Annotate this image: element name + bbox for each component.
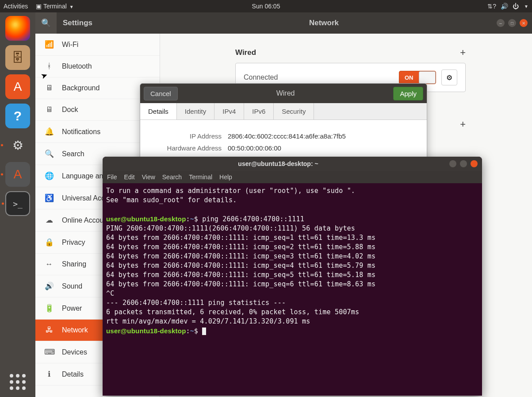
search-icon: 🔍: [41, 18, 51, 28]
sidebar-icon: 📶: [44, 40, 54, 49]
dock-icon-terminal[interactable]: >_: [5, 191, 30, 216]
sidebar-item-label: Network: [62, 326, 88, 334]
connection-toggle[interactable]: ON: [399, 71, 436, 84]
add-vpn-button[interactable]: +: [460, 119, 466, 130]
tab-ipv6[interactable]: IPv6: [244, 103, 274, 119]
sidebar-icon: ♿: [44, 193, 54, 203]
sidebar-icon: ☁: [44, 216, 54, 225]
terminal-output[interactable]: To run a command as administrator (user …: [103, 183, 482, 339]
gnome-top-bar: Activities ▣ Terminal ▼ Sun 06:05 ⇅? 🔊 ⏻…: [0, 0, 532, 12]
app-menu[interactable]: ▣ Terminal ▼: [36, 3, 73, 10]
app-menu-label: Terminal: [43, 3, 67, 10]
sidebar-item-label: Background: [62, 84, 100, 92]
sidebar-icon: 🔍: [44, 149, 54, 158]
dock-icon-firefox[interactable]: [5, 16, 30, 41]
toggle-knob: [419, 71, 436, 84]
sidebar-item-label: Wi-Fi: [62, 41, 78, 49]
detail-value: 2806:40c:6002:cccc:8414:a6fe:a8a:7fb5: [228, 132, 346, 140]
clock[interactable]: Sun 06:05: [252, 3, 280, 10]
sidebar-item-label: Power: [62, 304, 82, 312]
tab-ipv4[interactable]: IPv4: [214, 103, 244, 119]
sidebar-item-label: Sound: [62, 282, 82, 290]
sidebar-icon: 🔔: [44, 127, 54, 136]
power-icon[interactable]: ⏻: [513, 3, 519, 10]
sidebar-item-bluetooth[interactable]: ᚼBluetooth: [35, 56, 160, 77]
cancel-button[interactable]: Cancel: [144, 87, 178, 100]
terminal-close-button[interactable]: [471, 160, 478, 167]
sidebar-icon: 🔊: [44, 281, 54, 291]
sidebar-icon: ᚼ: [44, 62, 54, 71]
terminal-titlebar: user@ubuntu18-desktop: ~: [103, 157, 482, 171]
dock-icon-help[interactable]: ?: [5, 104, 30, 128]
sidebar-item-label: Search: [62, 150, 84, 158]
settings-titlebar: 🔍 Settings Network – □ ✕: [35, 12, 532, 34]
dialog-header: Cancel Wired Apply: [140, 84, 427, 103]
dock-icon-updater[interactable]: A: [5, 162, 30, 187]
close-button[interactable]: ✕: [520, 19, 528, 27]
gear-icon: ⚙: [446, 73, 452, 82]
sidebar-icon: 🔋: [44, 304, 54, 313]
dialog-title: Wired: [178, 89, 394, 97]
connection-status: Connected: [244, 73, 394, 81]
terminal-minimize-button[interactable]: [449, 160, 456, 167]
detail-row: IP Address2806:40c:6002:cccc:8414:a6fe:a…: [151, 132, 416, 140]
menu-search[interactable]: Search: [162, 173, 182, 181]
sidebar-icon: 🌐: [44, 171, 54, 181]
wired-dialog: Cancel Wired Apply DetailsIdentityIPv4IP…: [140, 83, 427, 165]
volume-icon[interactable]: 🔊: [501, 3, 508, 10]
terminal-maximize-button[interactable]: [460, 160, 467, 167]
dock: 🗄 A ? ⚙ A >_: [0, 12, 35, 397]
menu-view[interactable]: View: [142, 173, 155, 181]
add-wired-button[interactable]: +: [460, 47, 466, 58]
dock-icon-software[interactable]: A: [5, 74, 30, 99]
dock-icon-files[interactable]: 🗄: [5, 45, 30, 70]
tab-identity[interactable]: Identity: [177, 103, 214, 119]
sidebar-item-wi-fi[interactable]: 📶Wi-Fi: [35, 34, 160, 56]
sidebar-icon: ⌨: [44, 347, 54, 357]
sidebar-item-label: Notifications: [62, 128, 100, 136]
show-apps-button[interactable]: [10, 374, 26, 390]
sidebar-icon: ℹ: [44, 370, 54, 379]
tab-details[interactable]: Details: [140, 103, 177, 119]
dock-icon-settings[interactable]: ⚙: [5, 133, 30, 158]
menu-file[interactable]: File: [107, 173, 117, 181]
wired-header: Wired: [235, 48, 256, 57]
search-button[interactable]: 🔍: [35, 12, 57, 34]
activities-button[interactable]: Activities: [4, 3, 28, 10]
sidebar-item-label: Sharing: [62, 260, 86, 268]
sidebar-icon: 🖥: [44, 84, 54, 93]
terminal-title: user@ubuntu18-desktop: ~: [107, 160, 449, 167]
terminal-icon: ▣: [36, 3, 42, 10]
menu-terminal[interactable]: Terminal: [189, 173, 212, 181]
settings-title-left: Settings: [63, 19, 151, 27]
chevron-down-icon[interactable]: ▼: [524, 4, 528, 9]
sidebar-item-label: Dock: [62, 106, 78, 114]
detail-row: Hardware Address00:50:00:00:06:00: [151, 144, 416, 152]
sidebar-icon: 🖥: [44, 105, 54, 114]
terminal-menubar: FileEditViewSearchTerminalHelp: [103, 171, 482, 183]
menu-help[interactable]: Help: [219, 173, 232, 181]
detail-label: IP Address: [151, 132, 222, 140]
sidebar-item-label: Bluetooth: [62, 62, 92, 70]
maximize-button[interactable]: □: [508, 19, 516, 27]
apply-button[interactable]: Apply: [393, 87, 423, 100]
menu-edit[interactable]: Edit: [124, 173, 135, 181]
detail-value: 00:50:00:00:06:00: [228, 144, 281, 152]
sidebar-item-label: Details: [62, 370, 84, 378]
sidebar-item-label: Devices: [62, 348, 87, 356]
detail-label: Hardware Address: [151, 144, 222, 152]
network-indicator-icon[interactable]: ⇅?: [487, 3, 496, 10]
minimize-button[interactable]: –: [497, 19, 505, 27]
terminal-window: user@ubuntu18-desktop: ~ FileEditViewSea…: [103, 157, 482, 396]
toggle-on-label: ON: [405, 74, 413, 81]
sidebar-item-label: Privacy: [62, 239, 85, 247]
sidebar-icon: ↔: [44, 260, 54, 269]
sidebar-icon: 🔒: [44, 238, 54, 247]
settings-title-center: Network: [151, 19, 497, 27]
tab-security[interactable]: Security: [274, 103, 314, 119]
chevron-down-icon: ▼: [69, 4, 74, 9]
dialog-tabs: DetailsIdentityIPv4IPv6Security: [140, 103, 427, 120]
connection-settings-button[interactable]: ⚙: [441, 69, 457, 85]
sidebar-icon: 🖧: [44, 326, 54, 335]
